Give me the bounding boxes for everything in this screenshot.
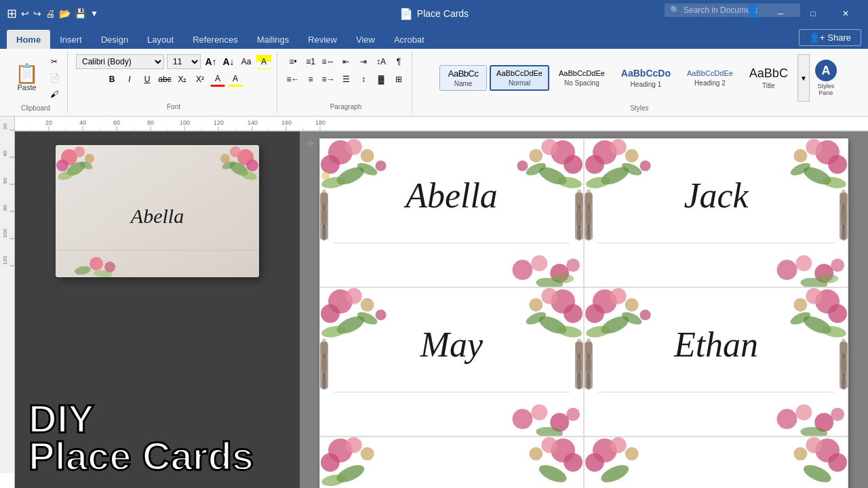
sort-button[interactable]: ↕A: [374, 54, 389, 69]
align-center-button[interactable]: ≡: [303, 72, 318, 87]
svg-text:140: 140: [248, 119, 258, 126]
copy-button[interactable]: 📄: [47, 70, 62, 85]
align-left-button[interactable]: ≡←: [285, 72, 300, 87]
svg-point-88: [577, 225, 581, 241]
tab-mailings[interactable]: Mailings: [248, 30, 299, 49]
svg-point-135: [564, 304, 583, 323]
paste-button[interactable]: 📋 Paste: [9, 62, 44, 94]
tab-acrobat[interactable]: Acrobat: [384, 30, 434, 49]
close-button[interactable]: ✕: [830, 3, 861, 24]
overlay-place-cards-text: Place Cards: [28, 437, 286, 474]
place-card-ethan[interactable]: Ethan: [584, 287, 848, 436]
bullets-button[interactable]: ≡•: [285, 54, 300, 69]
svg-point-162: [640, 310, 651, 321]
style-normal[interactable]: AaBbCcDdEe Normal: [490, 65, 549, 91]
font-family-select[interactable]: Calibri (Body): [76, 54, 164, 69]
svg-point-114: [587, 225, 591, 241]
subscript-button[interactable]: X₂: [175, 72, 190, 87]
svg-point-187: [361, 447, 374, 461]
svg-text:60: 60: [113, 119, 120, 126]
font-color-button[interactable]: A: [210, 72, 225, 87]
place-card-abella[interactable]: Abella: [319, 138, 584, 287]
show-formatting-button[interactable]: ¶: [391, 54, 406, 69]
borders-button[interactable]: ⊞: [391, 72, 406, 87]
superscript-button[interactable]: X²: [193, 72, 208, 87]
document-area[interactable]: ✛: [300, 131, 868, 488]
quick-access-save[interactable]: 💾: [75, 8, 86, 19]
card-name-abella: Abella: [406, 175, 498, 215]
quick-access-print[interactable]: 🖨: [45, 8, 55, 19]
svg-text:80: 80: [147, 119, 154, 126]
maximize-button[interactable]: □: [797, 3, 829, 24]
decrease-indent-button[interactable]: ⇤: [338, 54, 353, 69]
highlight-button[interactable]: A: [256, 54, 271, 69]
place-card-5[interactable]: [319, 436, 584, 488]
tab-insert[interactable]: Insert: [50, 30, 92, 49]
svg-point-45: [56, 159, 68, 171]
numbering-button[interactable]: ≡1: [303, 54, 318, 69]
tab-review[interactable]: Review: [298, 30, 347, 49]
bold-button[interactable]: B: [104, 72, 119, 87]
font-group: Calibri (Body) 11 A↑ A↓ Aa A B I U abc X…: [71, 52, 277, 113]
quick-access-redo[interactable]: ↪: [33, 8, 41, 19]
svg-point-143: [321, 353, 327, 378]
move-handle[interactable]: ✛: [307, 138, 315, 149]
text-highlight-button[interactable]: A: [228, 72, 243, 87]
svg-point-105: [828, 155, 847, 174]
shading-button[interactable]: ▓: [374, 72, 389, 87]
tab-layout[interactable]: Layout: [138, 30, 183, 49]
styles-pane-button[interactable]: A StylesPane: [812, 57, 840, 99]
font-size-select[interactable]: 11: [167, 54, 201, 69]
svg-text:60: 60: [2, 178, 8, 184]
svg-point-178: [777, 409, 797, 429]
place-card-jack[interactable]: Jack: [584, 138, 848, 287]
svg-point-185: [321, 453, 340, 472]
style-name[interactable]: AaBbCc Name: [439, 65, 487, 92]
overlay-text: DIY Place Cards: [28, 400, 286, 474]
style-name-label: Name: [454, 80, 473, 87]
user-account-btn[interactable]: 👤: [745, 3, 760, 18]
search-input[interactable]: [684, 5, 785, 15]
style-title[interactable]: AaBbC Title: [743, 62, 795, 94]
line-spacing-button[interactable]: ↕: [356, 72, 371, 87]
place-card-6[interactable]: [584, 436, 848, 488]
font-grow-button[interactable]: A↑: [203, 54, 218, 69]
left-panel: Abella DIY Place Cards: [15, 131, 300, 488]
share-button[interactable]: 👤+ Share: [799, 29, 861, 46]
svg-text:80: 80: [2, 205, 8, 211]
multilevel-button[interactable]: ≡↔: [321, 54, 336, 69]
justify-button[interactable]: ☰: [338, 72, 353, 87]
styles-scroll-button[interactable]: ▼: [797, 54, 810, 102]
font-shrink-button[interactable]: A↓: [221, 54, 236, 69]
svg-point-144: [322, 374, 326, 390]
italic-button[interactable]: I: [122, 72, 137, 87]
search-icon: 🔍: [670, 5, 680, 15]
style-heading2[interactable]: AaBbCcDdEe Heading 2: [680, 65, 740, 91]
svg-point-127: [321, 304, 340, 323]
search-bar[interactable]: 🔍: [665, 3, 800, 17]
title-bar-left: ⊞ ↩ ↪ 🖨 📂 💾 ▼: [7, 6, 98, 21]
svg-point-113: [586, 204, 591, 228]
align-right-button[interactable]: ≡→: [321, 72, 336, 87]
style-no-spacing[interactable]: AaBbCcDdEe No Spacing: [552, 65, 612, 91]
clear-format-button[interactable]: Aa: [239, 54, 254, 69]
strikethrough-button[interactable]: abc: [157, 72, 172, 87]
tab-references[interactable]: References: [183, 30, 247, 49]
svg-point-75: [541, 139, 557, 155]
clipboard-label: Clipboard: [21, 102, 50, 112]
tab-view[interactable]: View: [347, 30, 384, 49]
svg-point-83: [321, 204, 327, 228]
underline-button[interactable]: U: [140, 72, 155, 87]
quick-access-undo[interactable]: ↩: [21, 8, 29, 19]
increase-indent-button[interactable]: ⇥: [356, 54, 371, 69]
tab-home[interactable]: Home: [7, 30, 50, 49]
font-content: Calibri (Body) 11 A↑ A↓ Aa A B I U abc X…: [76, 54, 271, 100]
quick-access-more[interactable]: ▼: [90, 9, 98, 18]
place-card-may[interactable]: May: [319, 287, 584, 436]
svg-point-118: [842, 225, 846, 241]
format-painter-button[interactable]: 🖌: [47, 87, 62, 102]
style-heading1[interactable]: AaBbCcDo Heading 1: [614, 64, 677, 92]
tab-design[interactable]: Design: [92, 30, 138, 49]
quick-access-open[interactable]: 📂: [59, 8, 71, 19]
cut-button[interactable]: ✂: [47, 54, 62, 69]
